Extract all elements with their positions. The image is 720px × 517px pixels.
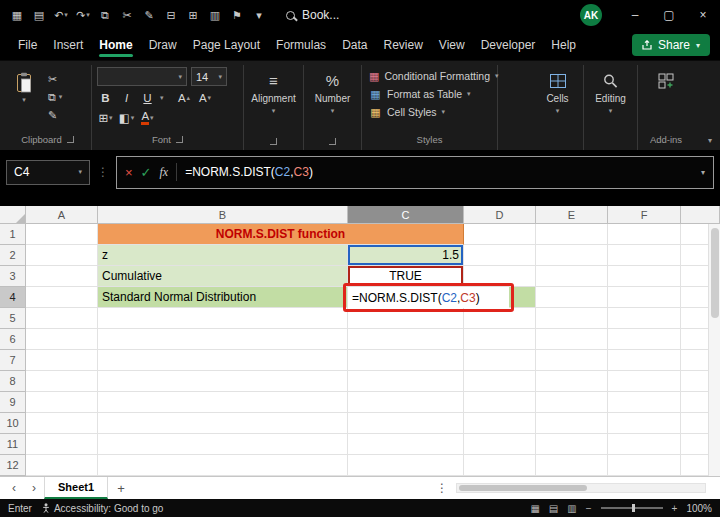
bold-button[interactable]: B	[97, 90, 114, 106]
cell[interactable]	[98, 308, 348, 329]
font-dialog-launcher-icon[interactable]	[176, 136, 183, 143]
format-painter-icon[interactable]: ✎	[138, 3, 160, 27]
normal-view-icon[interactable]: ▦	[530, 503, 539, 514]
cell-b2[interactable]: z	[98, 245, 348, 266]
format-as-table-button[interactable]: ▦ Format as Table ▾	[367, 85, 492, 103]
cell[interactable]	[98, 350, 348, 371]
qat-customize-icon[interactable]: ▾	[248, 3, 270, 27]
grow-font-button[interactable]: A▴	[176, 90, 193, 106]
cell[interactable]	[536, 434, 608, 455]
tab-page-layout[interactable]: Page Layout	[185, 31, 268, 59]
fill-color-button[interactable]: ◧▾	[118, 110, 135, 126]
cell[interactable]	[26, 413, 98, 434]
row-header-3[interactable]: 3	[0, 266, 26, 287]
cell-c2[interactable]: 1.5	[348, 245, 464, 266]
font-name-combo[interactable]: ▾	[97, 67, 187, 86]
cell[interactable]	[26, 455, 98, 476]
cell-f1[interactable]	[608, 224, 681, 245]
column-header-d[interactable]: D	[464, 206, 536, 224]
cell[interactable]	[608, 371, 681, 392]
formula-bar-expand-icon[interactable]: ▾	[701, 168, 705, 177]
cell[interactable]	[608, 329, 681, 350]
cell[interactable]	[536, 371, 608, 392]
cell[interactable]	[26, 392, 98, 413]
cell[interactable]	[98, 455, 348, 476]
zoom-level[interactable]: 100%	[686, 503, 712, 514]
row-header-11[interactable]: 11	[0, 434, 26, 455]
prev-sheet-icon[interactable]: ‹	[4, 481, 24, 495]
add-sheet-button[interactable]: +	[108, 481, 134, 496]
row-header-4[interactable]: 4	[0, 287, 26, 308]
underline-button[interactable]: U	[139, 90, 156, 106]
sheetbar-menu-icon[interactable]: ⋮	[436, 481, 448, 495]
cell[interactable]	[348, 392, 464, 413]
italic-button[interactable]: I	[118, 90, 135, 106]
minimize-button[interactable]: –	[618, 0, 652, 30]
cell[interactable]	[26, 329, 98, 350]
formula-bar-divider[interactable]: ⋮	[97, 165, 109, 179]
search-icon[interactable]	[286, 11, 295, 20]
tab-developer[interactable]: Developer	[473, 31, 544, 59]
cell-e2[interactable]	[536, 245, 608, 266]
cell[interactable]	[608, 308, 681, 329]
undo-caret-icon[interactable]: ▾	[64, 11, 68, 19]
cell[interactable]	[348, 455, 464, 476]
row-header-1[interactable]: 1	[0, 224, 26, 245]
cell-styles-button[interactable]: ▦ Cell Styles ▾	[367, 103, 492, 121]
paste-button[interactable]: ▾	[9, 69, 39, 122]
tab-data[interactable]: Data	[334, 31, 375, 59]
editing-button[interactable]: Editing ▾	[589, 67, 632, 115]
cell-a3[interactable]	[26, 266, 98, 287]
avatar[interactable]: AK	[580, 4, 602, 26]
copy-button[interactable]: ⧉▾	[48, 90, 62, 104]
horizontal-scrollbar[interactable]	[456, 483, 706, 493]
column-header-b[interactable]: B	[98, 206, 348, 224]
cell[interactable]	[348, 434, 464, 455]
cell[interactable]	[608, 434, 681, 455]
table-icon[interactable]: ⊞	[182, 3, 204, 27]
cell-d2[interactable]	[464, 245, 536, 266]
cell-e1[interactable]	[536, 224, 608, 245]
formula-input[interactable]: × ✓ fx =NORM.S.DIST(C2,C3) ▾	[116, 156, 714, 189]
select-all-corner[interactable]	[0, 206, 26, 224]
undo-icon[interactable]: ↶▾	[50, 3, 72, 27]
cell[interactable]	[348, 350, 464, 371]
cancel-icon[interactable]: ×	[125, 165, 133, 180]
alignment-button[interactable]: ≡ Alignment ▾	[249, 67, 298, 115]
cell[interactable]	[26, 371, 98, 392]
apps-icon[interactable]: ▦	[6, 3, 28, 27]
fill-color-caret-icon[interactable]: ▾	[131, 114, 135, 122]
paste-caret-icon[interactable]: ▾	[22, 96, 26, 104]
cut-button[interactable]: ✂	[48, 72, 62, 86]
cut-icon[interactable]: ✂	[116, 3, 138, 27]
chart-icon[interactable]: ▥	[204, 3, 226, 27]
cell[interactable]	[608, 455, 681, 476]
zoom-slider[interactable]	[601, 507, 663, 509]
font-size-combo[interactable]: 14▾	[191, 67, 227, 86]
row-header-8[interactable]: 8	[0, 371, 26, 392]
row-header-9[interactable]: 9	[0, 392, 26, 413]
cell-f4[interactable]	[608, 287, 681, 308]
cell-a1[interactable]	[26, 224, 98, 245]
close-button[interactable]: ×	[686, 0, 720, 30]
cell[interactable]	[536, 308, 608, 329]
cell-b4[interactable]: Standard Normal Distribution	[98, 287, 348, 308]
cell-f2[interactable]	[608, 245, 681, 266]
font-name-caret-icon[interactable]: ▾	[178, 73, 182, 81]
share-button[interactable]: Share ▾	[632, 34, 710, 56]
zoom-out-icon[interactable]: −	[586, 503, 592, 514]
vertical-scrollbar[interactable]	[708, 224, 720, 476]
borders-button[interactable]: ⊞▾	[97, 110, 114, 126]
cell-b3[interactable]: Cumulative	[98, 266, 348, 287]
name-box[interactable]: C4 ▾	[6, 160, 90, 185]
redo-icon[interactable]: ↷▾	[72, 3, 94, 27]
font-color-button[interactable]: A▾	[139, 110, 156, 126]
cell[interactable]	[464, 371, 536, 392]
tab-help[interactable]: Help	[543, 31, 584, 59]
column-header-a[interactable]: A	[26, 206, 98, 224]
tab-formulas[interactable]: Formulas	[268, 31, 334, 59]
cell[interactable]	[464, 350, 536, 371]
shrink-font-button[interactable]: A▾	[197, 90, 214, 106]
cell-a4[interactable]	[26, 287, 98, 308]
cell[interactable]	[608, 350, 681, 371]
